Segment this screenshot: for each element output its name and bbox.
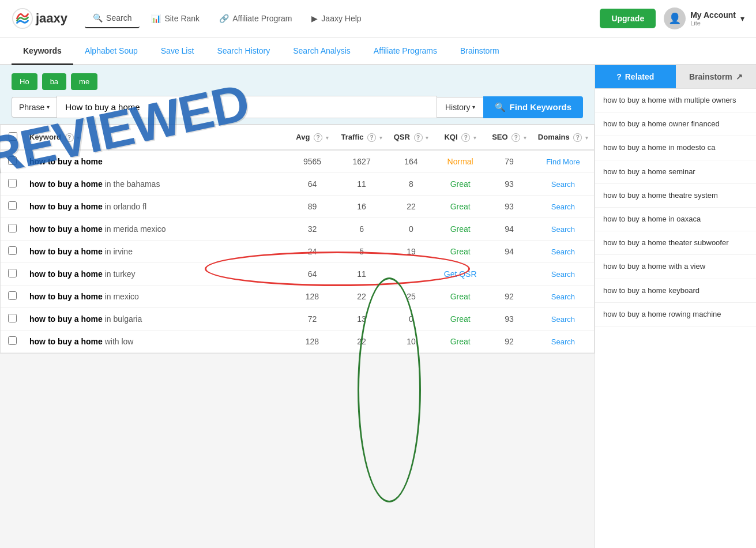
phrase-chevron: ▾ — [47, 104, 50, 110]
sidebar-tabs: ? Related Brainstorm ↗ — [595, 65, 756, 89]
row-checkbox-0[interactable] — [8, 156, 17, 165]
row-action-link[interactable]: Search — [551, 247, 575, 256]
row-action-link[interactable]: Search — [551, 270, 575, 279]
row-action-link[interactable]: Search — [551, 315, 575, 324]
history-button[interactable]: History ▾ — [437, 97, 484, 118]
row-avg-cell: 9565 — [289, 150, 335, 173]
sidebar-list-item[interactable]: how to buy a home in modesto ca — [595, 136, 756, 160]
domains-help-icon[interactable]: ? — [573, 133, 582, 142]
row-check-cell — [1, 173, 24, 196]
account-name: My Account — [690, 10, 736, 20]
sidebar-list-item[interactable]: how to buy a home seminar — [595, 160, 756, 184]
row-kqi-cell: Great — [434, 286, 486, 308]
kqi-value: Great — [450, 179, 471, 189]
row-checkbox-8[interactable] — [8, 336, 17, 345]
nav-affiliate-program[interactable]: 🔗 Affiliate Program — [211, 9, 300, 28]
row-avg-cell: 32 — [289, 218, 335, 241]
row-seo-cell: 93 — [486, 308, 532, 331]
row-keyword-cell: how to buy a home in irvine — [24, 241, 289, 263]
table-row: how to buy a home in turkey 64 11 Get QS… — [1, 263, 594, 286]
sidebar-list-item[interactable]: how to buy a home with a view — [595, 255, 756, 279]
nav-search[interactable]: 🔍 Search — [85, 9, 140, 28]
tab-alphabet-soup[interactable]: Alphabet Soup — [73, 38, 149, 65]
table-body: how to buy a home 9565 1627 164 Normal 7… — [1, 150, 594, 353]
tab-keywords[interactable]: Keywords — [12, 38, 73, 65]
keyword-bold: how to buy a home — [29, 292, 103, 301]
sidebar-tab-brainstorm[interactable]: Brainstorm ↗ — [676, 65, 757, 88]
row-seo-cell: 92 — [486, 331, 532, 353]
row-checkbox-7[interactable] — [8, 314, 17, 322]
row-action-link[interactable]: Search — [551, 180, 575, 189]
kqi-help-icon[interactable]: ? — [461, 133, 470, 142]
sidebar-list-item[interactable]: how to buy a home in oaxaca — [595, 208, 756, 231]
sidebar-list-item[interactable]: how to buy a home theater subwoofer — [595, 231, 756, 255]
row-kqi-cell: Normal — [434, 150, 486, 173]
sidebar-tab-related[interactable]: ? Related — [595, 65, 676, 88]
account-area[interactable]: 👤 My Account Lite ▾ — [664, 7, 744, 29]
sidebar-list-item[interactable]: how to buy a home rowing machine — [595, 303, 756, 326]
find-keywords-button[interactable]: 🔍 Find Keywords — [483, 96, 583, 118]
avg-help-icon[interactable]: ? — [314, 133, 322, 142]
upgrade-button[interactable]: Upgrade — [600, 9, 656, 28]
row-action-cell: Search — [532, 241, 594, 263]
tab-search-history[interactable]: Search History — [205, 38, 281, 65]
row-checkbox-5[interactable] — [8, 269, 17, 277]
tab-affiliate-programs[interactable]: Affiliate Programs — [362, 38, 449, 65]
site-rank-icon: 📊 — [151, 14, 161, 23]
toolbar-btn-me[interactable]: me — [71, 73, 97, 90]
row-kqi-cell: Great — [434, 218, 486, 241]
row-check-cell — [1, 196, 24, 218]
tab-brainstorm[interactable]: Brainstorm — [449, 38, 511, 65]
row-action-cell: Find More — [532, 150, 594, 173]
keyword-bold: how to buy a home — [29, 157, 103, 166]
row-avg-cell: 128 — [289, 331, 335, 353]
keyword-rest: in merida mexico — [103, 224, 166, 234]
seo-sort-icon: ▾ — [524, 135, 526, 141]
sidebar-list-item[interactable]: how to buy a home keyboard — [595, 279, 756, 303]
row-check-cell — [1, 331, 24, 353]
table-row: how to buy a home 9565 1627 164 Normal 7… — [1, 150, 594, 173]
keyword-help-icon[interactable]: ? — [65, 133, 74, 142]
qsr-help-icon[interactable]: ? — [414, 133, 423, 142]
table-row: how to buy a home in bulgaria 72 13 0 Gr… — [1, 308, 594, 331]
sidebar-list-item[interactable]: how to buy a home theatre system — [595, 184, 756, 208]
select-all-checkbox[interactable] — [9, 132, 17, 141]
row-keyword-cell: how to buy a home in turkey — [24, 263, 289, 286]
row-kqi-cell: Great — [434, 241, 486, 263]
traffic-help-icon[interactable]: ? — [367, 133, 376, 142]
nav-site-rank[interactable]: 📊 Site Rank — [143, 9, 208, 28]
row-checkbox-3[interactable] — [8, 224, 17, 232]
seo-help-icon[interactable]: ? — [511, 133, 520, 142]
search-input[interactable] — [57, 96, 437, 118]
toolbar-btn-ba[interactable]: ba — [42, 73, 66, 90]
tab-save-list[interactable]: Save List — [149, 38, 206, 65]
row-action-link[interactable]: Search — [551, 337, 575, 346]
sidebar-list-item[interactable]: how to buy a home owner financed — [595, 112, 756, 136]
toolbar-btn-ho[interactable]: Ho — [12, 73, 37, 90]
row-action-link[interactable]: Search — [551, 292, 575, 301]
row-action-link[interactable]: Search — [551, 202, 575, 211]
table-container: Keyword ? ▾ Avg ? ▾ Traffic ? ▾ — [0, 125, 595, 354]
row-checkbox-2[interactable] — [8, 201, 17, 210]
row-action-cell: Search — [532, 173, 594, 196]
keyword-rest: in the bahamas — [103, 179, 160, 189]
nav-jaaxy-help[interactable]: ▶ Jaaxy Help — [303, 9, 369, 28]
phrase-dropdown[interactable]: Phrase ▾ — [12, 97, 57, 118]
col-header-keyword: Keyword ? ▾ — [24, 125, 289, 150]
kqi-value: Great — [450, 292, 471, 301]
logo[interactable]: jaaxy — [12, 7, 67, 29]
row-kqi-cell: Great — [434, 308, 486, 331]
row-checkbox-4[interactable] — [8, 246, 17, 255]
row-action-link[interactable]: Find More — [546, 157, 580, 166]
table-row: how to buy a home in the bahamas 64 11 8… — [1, 173, 594, 196]
row-traffic-cell: 22 — [335, 331, 388, 353]
tab-search-analysis[interactable]: Search Analysis — [281, 38, 362, 65]
table-row: how to buy a home in orlando fl 89 16 22… — [1, 196, 594, 218]
row-seo-cell: 94 — [486, 241, 532, 263]
phrase-label: Phrase — [19, 103, 44, 112]
results-table: Keyword ? ▾ Avg ? ▾ Traffic ? ▾ — [1, 125, 594, 353]
row-checkbox-6[interactable] — [8, 291, 17, 300]
row-action-link[interactable]: Search — [551, 225, 575, 234]
row-checkbox-1[interactable] — [8, 179, 17, 187]
sidebar-list-item[interactable]: how to buy a home with multiple owners — [595, 89, 756, 112]
